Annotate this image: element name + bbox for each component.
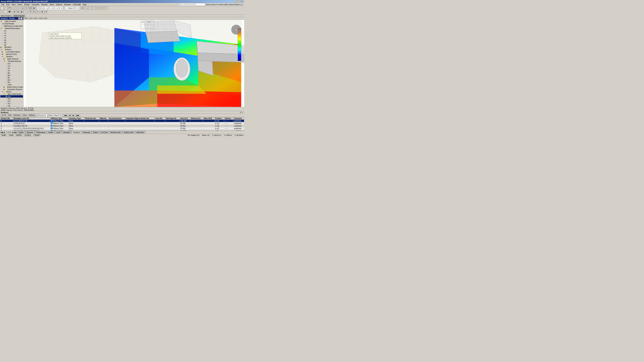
nav-sigma1p[interactable]: ○ σ1+ [0, 65, 23, 67]
nav-deform-pz[interactable]: ○ φz [0, 43, 23, 46]
tab-openings[interactable]: Openings [81, 131, 92, 134]
toolbar-rotate[interactable]: ↻ [100, 6, 104, 10]
table-row[interactable]: 5 1,2,14,271,270-65,28-31,66,69,262-62,5… [0, 127, 244, 130]
col-comment[interactable]: Comment [233, 117, 244, 120]
nav-type-of-results[interactable]: ▼ 📁 Type of results [0, 20, 23, 22]
nav-exy[interactable]: ○ εxy [0, 105, 23, 107]
nav-stresses[interactable]: ▼ 📁 Stresses [0, 55, 23, 58]
toolbar-display-4[interactable]: ▪ [24, 10, 27, 13]
col-thickness[interactable]: Thickness No. [84, 117, 99, 120]
toolbar-zoom-in[interactable]: + [88, 6, 92, 10]
goto-button[interactable]: Go To [1, 114, 7, 117]
nav-eyy-p[interactable]: ○ εyy+ [0, 97, 23, 100]
nav-basic-stresses[interactable]: ▶ 📁 Basic Stresses [0, 58, 23, 60]
status-snap[interactable]: SNAP [1, 134, 7, 137]
menu-tools[interactable]: Tools [48, 3, 55, 6]
tab-members[interactable]: Members [62, 131, 72, 134]
nav-sigma1m[interactable]: ○ σ1- [0, 67, 23, 69]
tab-solid-sets[interactable]: Solid Sets [135, 131, 146, 134]
col-area[interactable]: Area [m²] [180, 117, 190, 120]
surfaces-table-container[interactable]: Surface No. Boundary Lines No. Stiffness… [0, 117, 244, 131]
toolbar-select[interactable]: ↖ [0, 10, 4, 13]
menu-cad-bim[interactable]: CAD-BIM [72, 3, 82, 6]
surfaces-header-close-btn[interactable]: ✕ [240, 111, 241, 113]
status-bgrid[interactable]: BGRID [16, 134, 22, 137]
menu-calculate[interactable]: Calculate [31, 3, 40, 6]
load-combo-dropdown[interactable]: CO2 LC1 + LC2 + LC3 + LC4 ▼ [37, 6, 63, 10]
nav-betabp[interactable]: ○ βb+ [0, 74, 23, 76]
nav-differences[interactable]: ○ Differences to initial state [0, 25, 23, 27]
nav-global-deformations[interactable]: ▼ 📁 Global Deformations [0, 27, 23, 29]
tab-nodes2[interactable]: Nodes [47, 131, 55, 134]
page-prev-btn[interactable]: ◀ [3, 131, 5, 134]
navigator-pin-btn[interactable]: 📌 [18, 17, 20, 19]
toolbar-btn-2[interactable]: 🔲 [28, 6, 32, 10]
nav-surfaces[interactable]: ▼ 📁 Surfaces [0, 48, 23, 51]
menu-insert[interactable]: Insert [16, 3, 23, 6]
col-openings[interactable]: Openings No. [165, 117, 180, 120]
nav-internal-forces[interactable]: ▶ 📁 Internal Forces [0, 53, 23, 55]
toolbar-results-3[interactable]: Ⓣ [36, 10, 39, 13]
nav-local-def[interactable]: ▶ 📁 Local Deformations [0, 51, 23, 53]
status-glines[interactable]: GLINES [24, 134, 32, 137]
menu-view[interactable]: View [10, 3, 16, 6]
tab-surface-sets[interactable]: Surface Sets [122, 131, 135, 134]
nav-betamm[interactable]: ○ βm- [0, 81, 23, 83]
tab-member-sets[interactable]: Member Sets [109, 131, 122, 134]
settings-button[interactable]: Settings [28, 114, 36, 117]
col-geometry-type[interactable]: Geometry Type [68, 117, 84, 120]
table-row[interactable]: 4 19-26,36-45,27 Without Thick... Plane … [0, 122, 244, 125]
structure-dropdown[interactable]: Structure ▼ [37, 114, 47, 117]
col-int-obj-lines[interactable]: Lines No. [154, 117, 165, 120]
col-surface-no[interactable]: Surface No. [0, 117, 13, 120]
toolbar-display-1[interactable]: ▧ [12, 10, 16, 13]
toolbar-open[interactable]: 📂 [4, 6, 8, 10]
nav-sigma2p[interactable]: ○ σ2+ [0, 62, 23, 65]
close-button[interactable]: ✕ [241, 0, 244, 3]
nav-deform-py[interactable]: ○ φy [0, 41, 23, 43]
nav-members[interactable]: ▶ 📁 Members [0, 46, 23, 48]
keyword-search-input[interactable] [178, 3, 205, 6]
view-button[interactable]: View [22, 114, 27, 117]
nav-deform-px[interactable]: ○ φx [0, 39, 23, 41]
nav-principal-stresses[interactable]: ▼ 📁 Principal Stresses [0, 60, 23, 62]
navigator-close-btn[interactable]: ✕ [21, 17, 23, 19]
nav-basic-total-strains[interactable]: ▼ 📁 Basic Total Strains [0, 93, 23, 95]
toolbar-results-1[interactable]: Ⓡ [28, 10, 32, 13]
col-position[interactable]: Position [214, 117, 224, 120]
col-material[interactable]: Material [99, 117, 108, 120]
tab-line-sets[interactable]: Line Sets [99, 131, 109, 134]
menu-edit[interactable]: Edit [5, 3, 10, 6]
toolbar-new[interactable]: 📄 [0, 6, 4, 10]
toolbar-settings[interactable]: ⚙ [44, 10, 48, 13]
nav-deform-ux[interactable]: ○ ux [0, 32, 23, 34]
toolbar-animate[interactable]: ▶ [41, 10, 44, 13]
toolbar-zoom-out[interactable]: - [92, 6, 96, 10]
toolbar-print[interactable]: 🖨 [21, 6, 24, 10]
menu-help[interactable]: Help [82, 3, 88, 6]
toolbar-fit-all[interactable]: ⊡ [96, 6, 99, 10]
nav-final-results[interactable]: 🔘 Final Results [0, 22, 23, 25]
menu-window[interactable]: Window [63, 3, 72, 6]
col-int-obj-nodes[interactable]: Integrated Objects Nodes No. [125, 117, 154, 120]
nav-elastic-stress[interactable]: ▶ 📁 Elastic Stress Components [0, 86, 23, 88]
toolbar-redo[interactable]: ↪ [16, 6, 20, 10]
toolbar-results-2[interactable]: Ⓢ [32, 10, 36, 13]
toolbar-display-2[interactable]: ▨ [16, 10, 20, 13]
nav-strains[interactable]: ▼ 📁 Strains [0, 90, 23, 93]
toolbar-btn-1[interactable]: ⚙ [25, 6, 28, 10]
edit-button[interactable]: Edit [8, 114, 12, 117]
nav-equiv-stresses[interactable]: ▶ 📁 Equivalent Stresses [0, 88, 23, 90]
nav-taumax[interactable]: ○ τmax [0, 83, 23, 86]
table-row[interactable]: 4 4-9,268,37-58,270 Without Thick... Pla… [0, 125, 244, 127]
nav-deform-uz[interactable]: ○ uz [0, 36, 23, 39]
nav-deform-uy[interactable]: ○ uy [0, 34, 23, 36]
col-options[interactable]: Options [224, 117, 233, 120]
toolbar-select-box[interactable]: ⬜ [4, 10, 8, 13]
nav-sigma2m[interactable]: ○ σ2- [0, 69, 23, 72]
nav-betamp[interactable]: ○ βm+ [0, 79, 23, 81]
tab-nodes[interactable]: Nodes [17, 131, 25, 134]
table-nav-next2[interactable]: ▶▶ [76, 114, 80, 117]
col-volume[interactable]: Volume [m³] [190, 117, 203, 120]
tab-surfaces[interactable]: Surfaces [72, 131, 81, 134]
